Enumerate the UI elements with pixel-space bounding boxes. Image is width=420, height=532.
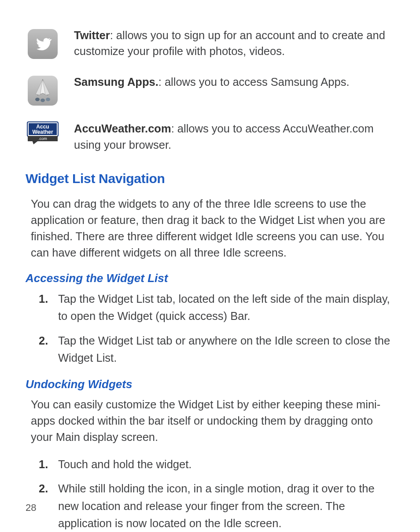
list-item: 1.Touch and hold the widget.	[31, 456, 391, 473]
section-heading: Widget List Navigation	[26, 171, 394, 186]
step-number: 2.	[31, 332, 54, 350]
step-number: 1.	[31, 456, 54, 473]
step-text: Tap the Widget List tab or anywhere on t…	[54, 332, 391, 367]
list-item: 1.Tap the Widget List tab, located on th…	[31, 290, 391, 325]
accuweather-icon: AccuWeather .com	[26, 121, 60, 152]
widget-desc: Samsung Apps.: allows you to access Sams…	[60, 74, 394, 90]
twitter-icon	[26, 27, 60, 59]
step-number: 2.	[31, 480, 54, 498]
step-text: Tap the Widget List tab, located on the …	[54, 290, 391, 325]
step-text: While still holding the icon, in a singl…	[54, 480, 391, 532]
widget-desc: Twitter: allows you to sign up for an ac…	[60, 27, 394, 59]
widget-item-accuweather: AccuWeather .com AccuWeather.com: allows…	[26, 121, 394, 152]
step-text: Touch and hold the widget.	[54, 456, 391, 473]
subheading-undocking: Undocking Widgets	[26, 378, 394, 391]
step-number: 1.	[31, 290, 54, 308]
section-intro: You can drag the widgets to any of the t…	[31, 196, 391, 261]
widget-text: : allows you to sign up for an account a…	[74, 29, 385, 57]
samsung-apps-icon	[26, 74, 60, 106]
widget-item-twitter: Twitter: allows you to sign up for an ac…	[26, 27, 394, 59]
subheading-accessing: Accessing the Widget List	[26, 272, 394, 285]
widget-desc: AccuWeather.com: allows you to access Ac…	[60, 121, 394, 152]
page-number: 28	[26, 502, 36, 514]
subsection-intro: You can easily customize the Widget List…	[31, 396, 391, 445]
widget-item-samsung-apps: Samsung Apps.: allows you to access Sams…	[26, 74, 394, 106]
svg-point-0	[35, 98, 40, 101]
list-item: 2.While still holding the icon, in a sin…	[31, 480, 391, 532]
svg-point-2	[46, 98, 50, 101]
list-item: 2.Tap the Widget List tab or anywhere on…	[31, 332, 391, 367]
svg-point-1	[41, 99, 45, 102]
widget-name: Samsung Apps.	[74, 76, 158, 88]
widget-name: AccuWeather.com	[74, 122, 171, 135]
widget-text: : allows you to access Samsung Apps.	[158, 76, 350, 88]
widget-name: Twitter	[74, 29, 110, 41]
steps-undocking: 1.Touch and hold the widget. 2.While sti…	[31, 456, 391, 532]
steps-accessing: 1.Tap the Widget List tab, located on th…	[31, 290, 391, 367]
